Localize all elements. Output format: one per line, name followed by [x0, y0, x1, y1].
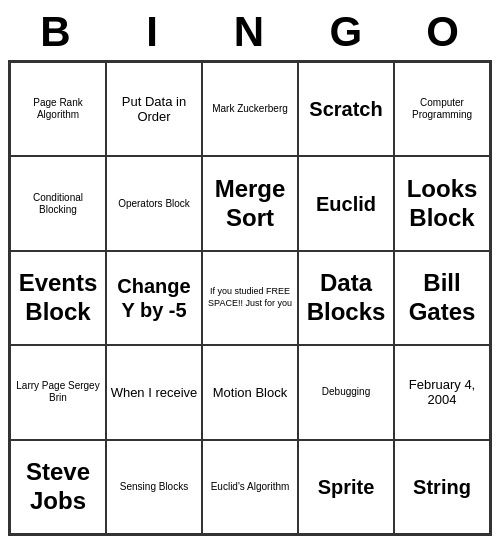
table-row: Page Rank Algorithm — [10, 62, 106, 156]
table-row: Mark Zuckerberg — [202, 62, 298, 156]
table-row: If you studied FREE SPACE!! Just for you — [202, 251, 298, 345]
table-row: Debugging — [298, 345, 394, 439]
table-row: String — [394, 440, 490, 534]
bingo-grid: Page Rank AlgorithmPut Data in OrderMark… — [8, 60, 492, 536]
table-row: Sensing Blocks — [106, 440, 202, 534]
table-row: Sprite — [298, 440, 394, 534]
table-row: Operators Block — [106, 156, 202, 250]
table-row: Motion Block — [202, 345, 298, 439]
table-row: Events Block — [10, 251, 106, 345]
table-row: Change Y by -5 — [106, 251, 202, 345]
letter-b: B — [14, 8, 98, 56]
letter-n: N — [208, 8, 292, 56]
letter-g: G — [305, 8, 389, 56]
table-row: Scratch — [298, 62, 394, 156]
table-row: Computer Programming — [394, 62, 490, 156]
table-row: When I receive — [106, 345, 202, 439]
table-row: Merge Sort — [202, 156, 298, 250]
table-row: Euclid — [298, 156, 394, 250]
table-row: Looks Block — [394, 156, 490, 250]
table-row: Euclid's Algorithm — [202, 440, 298, 534]
table-row: Put Data in Order — [106, 62, 202, 156]
table-row: February 4, 2004 — [394, 345, 490, 439]
table-row: Conditional Blocking — [10, 156, 106, 250]
letter-o: O — [402, 8, 486, 56]
bingo-header: B I N G O — [8, 8, 492, 56]
table-row: Steve Jobs — [10, 440, 106, 534]
table-row: Bill Gates — [394, 251, 490, 345]
letter-i: I — [111, 8, 195, 56]
table-row: Data Blocks — [298, 251, 394, 345]
table-row: Larry Page Sergey Brin — [10, 345, 106, 439]
